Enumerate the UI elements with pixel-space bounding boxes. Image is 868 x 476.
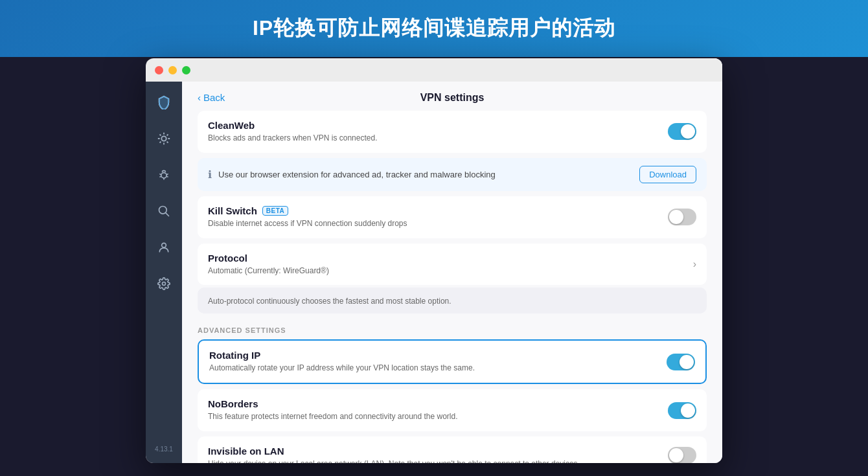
back-button[interactable]: ‹ Back [198, 92, 225, 103]
cleanweb-title: CleanWeb [208, 120, 668, 131]
back-chevron-icon: ‹ [198, 92, 201, 103]
svg-line-6 [167, 142, 168, 143]
cleanweb-setting: CleanWeb Blocks ads and trackers when VP… [198, 111, 707, 153]
invisible-lan-title: Invisible on LAN [208, 446, 660, 457]
rotating-ip-setting: Rotating IP Automatically rotate your IP… [198, 339, 707, 384]
protocol-text: Protocol Automatic (Currently: WireGuard… [208, 253, 693, 277]
svg-line-10 [159, 174, 161, 175]
sidebar-icon-user[interactable] [154, 237, 174, 258]
beta-badge: BETA [262, 206, 288, 216]
protocol-desc-box: Auto-protocol continuously chooses the f… [198, 288, 707, 313]
toggle-knob [681, 124, 695, 139]
svg-line-12 [159, 177, 161, 177]
info-box-left: ℹ Use our browser extension for advanced… [208, 168, 632, 181]
cleanweb-toggle[interactable] [668, 123, 696, 140]
top-banner: IP轮换可防止网络间谍追踪用户的活动 [0, 0, 868, 57]
title-bar [146, 58, 722, 82]
advanced-section-header: ADVANCED SETTINGS [198, 319, 707, 339]
protocol-title: Protocol [208, 253, 693, 264]
sidebar-icon-shield[interactable] [154, 92, 174, 113]
svg-line-7 [167, 134, 168, 135]
toggle-knob [669, 448, 683, 462]
rotating-ip-text: Rotating IP Automatically rotate your IP… [209, 350, 667, 374]
svg-point-18 [163, 282, 166, 286]
kill-switch-title: Kill Switch BETA [208, 205, 668, 216]
invisible-lan-setting: Invisible on LAN Hide your device on you… [198, 436, 707, 463]
back-label: Back [203, 92, 225, 103]
noborders-toggle[interactable] [668, 402, 696, 419]
svg-line-16 [166, 213, 169, 216]
info-box-text: Use our browser extension for advanced a… [218, 170, 496, 179]
settings-list: CleanWeb Blocks ads and trackers when VP… [182, 111, 722, 463]
sidebar-icon-sunburst[interactable] [154, 128, 174, 149]
invisible-lan-desc: Hide your device on your Local area netw… [208, 459, 584, 463]
main-content: ‹ Back VPN settings CleanWeb Blocks ads … [182, 58, 722, 463]
info-box: ℹ Use our browser extension for advanced… [198, 158, 707, 191]
cleanweb-desc: Blocks ads and trackers when VPN is conn… [208, 133, 668, 144]
kill-switch-desc: Disable internet access if VPN connectio… [208, 218, 668, 229]
close-button[interactable] [155, 66, 163, 74]
banner-text: IP轮换可防止网络间谍追踪用户的活动 [253, 16, 615, 40]
svg-line-5 [159, 134, 161, 135]
toggle-knob [680, 355, 694, 369]
minimize-button[interactable] [168, 66, 177, 74]
content-header: ‹ Back VPN settings [182, 82, 722, 111]
rotating-ip-title: Rotating IP [209, 350, 667, 361]
rotating-ip-desc: Automatically rotate your IP address whi… [209, 363, 667, 374]
rotating-ip-toggle[interactable] [667, 354, 695, 370]
toggle-knob [681, 403, 695, 418]
svg-line-13 [166, 177, 168, 177]
noborders-setting: NoBorders This feature protects internet… [198, 389, 707, 431]
app-window: 4.13.1 ‹ Back VPN settings CleanWeb Bloc… [146, 58, 722, 463]
sidebar: 4.13.1 [146, 58, 182, 463]
invisible-lan-text: Invisible on LAN Hide your device on you… [208, 446, 660, 463]
page-title: VPN settings [420, 92, 485, 104]
toggle-knob [669, 210, 683, 224]
kill-switch-setting: Kill Switch BETA Disable internet access… [198, 196, 707, 238]
sidebar-icon-bug[interactable] [154, 164, 174, 185]
invisible-lan-toggle[interactable] [668, 447, 696, 463]
noborders-title: NoBorders [208, 398, 668, 409]
svg-point-9 [161, 173, 166, 178]
kill-switch-toggle[interactable] [668, 209, 696, 225]
info-circle-icon: ℹ [208, 168, 212, 181]
chevron-right-icon: › [693, 258, 696, 270]
sidebar-icon-gear[interactable] [154, 273, 174, 294]
kill-switch-text: Kill Switch BETA Disable internet access… [208, 205, 668, 229]
download-button[interactable]: Download [639, 166, 696, 183]
protocol-desc: Auto-protocol continuously chooses the f… [208, 297, 451, 306]
maximize-button[interactable] [182, 66, 190, 74]
sidebar-icon-search[interactable] [154, 201, 174, 221]
noborders-text: NoBorders This feature protects internet… [208, 398, 668, 422]
protocol-subtitle: Automatic (Currently: WireGuard®) [208, 266, 693, 277]
version-label: 4.13.1 [155, 446, 173, 453]
noborders-desc: This feature protects internet freedom a… [208, 411, 668, 422]
svg-line-11 [166, 174, 168, 175]
svg-point-17 [162, 243, 166, 247]
svg-point-0 [161, 136, 166, 141]
cleanweb-text: CleanWeb Blocks ads and trackers when VP… [208, 120, 668, 144]
svg-line-8 [159, 142, 161, 143]
protocol-setting[interactable]: Protocol Automatic (Currently: WireGuard… [198, 244, 707, 286]
